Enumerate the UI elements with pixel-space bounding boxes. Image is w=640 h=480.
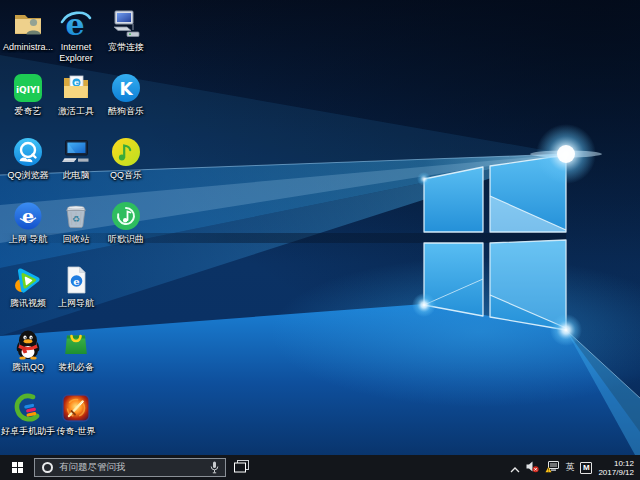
volume-muted-button[interactable] [523,455,542,480]
desktop-icon-broadband-connection[interactable]: 宽带连接 [102,8,150,53]
icon-label: 传奇-世界 [45,426,107,437]
start-button[interactable] [0,455,34,480]
desktop-icon-web-navigation-doc[interactable]: e 上网导航 [52,264,100,309]
svg-text:e: e [74,77,79,87]
desktop-icon-recycle-bin[interactable]: ♻ 回收站 [52,200,100,245]
iqiyi-icon: iQIYI [12,72,44,104]
activation-tool-folder-icon: e [60,72,92,104]
ime-icon: M [580,462,592,474]
icon-label: 装机必备 [45,362,107,373]
desktop-icon-legend-world[interactable]: 传奇-世界 [52,392,100,437]
windows-logo-icon [12,462,23,473]
web-navigation-doc-icon: e [60,264,92,296]
network-warning-icon [545,459,559,477]
desktop-icon-qq-music[interactable]: QQ音乐 [102,136,150,181]
microphone-icon[interactable] [210,461,219,474]
desktop-icon-essential-software[interactable]: 装机必备 [52,328,100,373]
clock-date: 2017/9/12 [598,468,634,477]
icon-label: QQ音乐 [95,170,157,181]
recycle-bin-icon: ♻ [60,200,92,232]
system-tray: 英 M 10:12 2017/9/12 [507,455,638,480]
svg-text:iQIYI: iQIYI [16,85,40,95]
desktop-icon-internet-explorer[interactable]: e Internet Explorer [52,8,100,63]
task-view-button[interactable] [226,455,256,480]
clock-time: 10:12 [598,459,634,468]
kugou-music-icon: K [110,72,142,104]
desktop-icon-activation-tool[interactable]: e 激活工具 [52,72,100,117]
this-pc-icon [60,136,92,168]
desktop-icon-this-pc[interactable]: 此电脑 [52,136,100,181]
svg-text:e: e [22,205,34,227]
icon-label: 听歌识曲 [95,234,157,245]
legend-world-game-icon [60,392,92,424]
web-navigation-icon: e [12,200,44,232]
taskbar: 有问题尽管问我 [0,455,640,480]
svg-text:♻: ♻ [72,214,80,224]
broadband-connection-icon [110,8,142,40]
desktop-icon-song-recognition[interactable]: 听歌识曲 [102,200,150,245]
cortana-circle-icon [42,462,53,473]
desktop-icon-kugou-music[interactable]: K 酷狗音乐 [102,72,150,117]
search-box[interactable]: 有问题尽管问我 [34,458,226,477]
internet-explorer-icon: e [60,8,92,40]
svg-text:e: e [73,276,79,287]
speaker-muted-icon [526,459,539,477]
task-view-icon [234,459,249,477]
show-hidden-icons-button[interactable] [507,455,523,480]
icon-label: 上网导航 [45,298,107,309]
language-indicator[interactable]: 英 [562,455,577,480]
icon-label: 酷狗音乐 [95,106,157,117]
taskbar-clock[interactable]: 10:12 2017/9/12 [595,459,638,477]
search-input[interactable]: 有问题尽管问我 [59,461,210,474]
tencent-qq-penguin-icon [12,328,44,360]
network-status-button[interactable] [542,455,562,480]
icon-label: 宽带连接 [95,42,157,53]
shopping-bag-icon [60,328,92,360]
song-recognition-icon [110,200,142,232]
phone-assistant-icon [12,392,44,424]
qq-browser-icon [12,136,44,168]
svg-text:K: K [119,79,133,99]
qq-music-icon [110,136,142,168]
chevron-up-icon [510,459,520,477]
ime-mode-button[interactable]: M [577,455,595,480]
tencent-video-icon [12,264,44,296]
user-folder-icon [12,8,44,40]
